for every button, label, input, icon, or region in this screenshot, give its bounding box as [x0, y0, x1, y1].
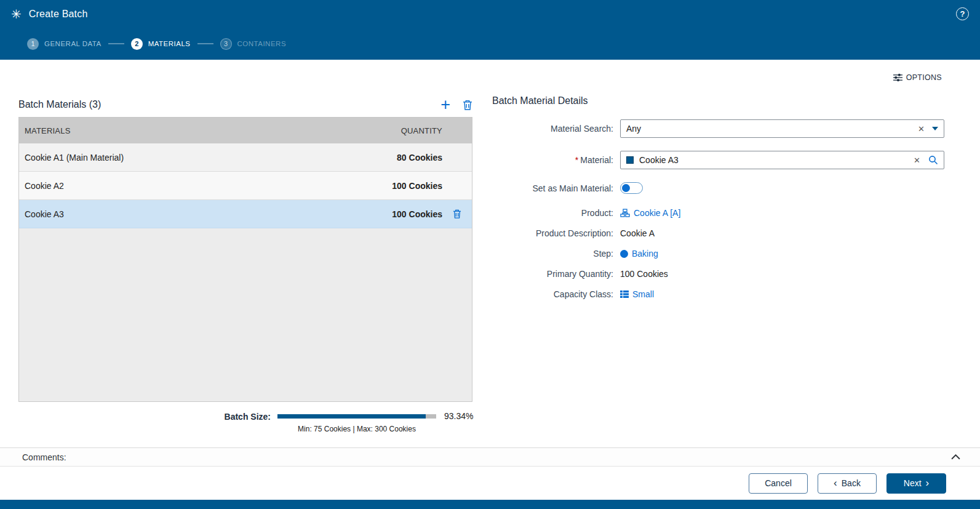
primary-quantity-label: Primary Quantity:	[492, 269, 620, 279]
material-quantity: 100 Cookies	[368, 181, 442, 191]
chevron-up-icon	[951, 454, 960, 460]
product-value: Cookie A [A]	[634, 208, 680, 218]
add-material-button[interactable]: +	[440, 98, 450, 111]
step-label: Step:	[492, 249, 620, 259]
app-logo-icon: ✳	[11, 8, 22, 20]
main-material-toggle[interactable]	[620, 182, 643, 194]
batch-size-section: Batch Size: 93.34% Min: 75 Cookies | Max…	[18, 411, 472, 433]
main-material-label: Set as Main Material:	[492, 183, 620, 193]
collapse-button[interactable]	[951, 454, 960, 460]
step-3-label: CONTAINERS	[237, 40, 287, 47]
chevron-left-icon: ‹	[834, 478, 837, 488]
step-containers[interactable]: 3 CONTAINERS	[220, 38, 287, 50]
sliders-icon	[893, 73, 902, 82]
options-button[interactable]: OPTIONS	[893, 73, 942, 82]
step-3-circle: 3	[220, 38, 232, 50]
material-search-value: Any	[626, 124, 912, 134]
chevron-right-icon: ›	[926, 478, 930, 488]
material-name: Cookie A1 (Main Material)	[19, 153, 368, 162]
batch-size-percent: 93.34%	[444, 411, 472, 421]
back-label: Back	[842, 478, 861, 488]
details-title: Batch Material Details	[492, 95, 962, 106]
cancel-label: Cancel	[765, 478, 792, 488]
wizard-stepper: 1 GENERAL DATA 2 MATERIALS 3 CONTAINERS	[0, 28, 980, 60]
next-label: Next	[904, 478, 922, 488]
step-materials[interactable]: 2 MATERIALS	[131, 38, 191, 50]
bottom-accent-bar	[0, 500, 980, 509]
batch-materials-title: Batch Materials (3)	[18, 99, 101, 110]
capacity-class-link[interactable]: Small	[620, 289, 654, 299]
table-row-cookie-a1[interactable]: Cookie A1 (Main Material) 80 Cookies	[19, 143, 472, 172]
comments-section: Comments:	[0, 447, 980, 467]
step-2-label: MATERIALS	[148, 40, 191, 47]
help-icon[interactable]: ?	[956, 7, 969, 20]
app-header: ✳ Create Batch ?	[0, 0, 980, 28]
delete-row-button[interactable]	[442, 209, 472, 218]
comments-label: Comments:	[22, 452, 66, 462]
batch-size-label: Batch Size:	[225, 412, 271, 422]
table-row-cookie-a2[interactable]: Cookie A2 100 Cookies	[19, 172, 472, 200]
material-quantity: 100 Cookies	[368, 209, 442, 219]
step-link[interactable]: Baking	[620, 249, 658, 259]
material-search-label: Material Search:	[492, 124, 620, 134]
next-button[interactable]: Next ›	[886, 473, 946, 494]
step-connector	[108, 43, 124, 44]
materials-table: MATERIALS QUANTITY Cookie A1 (Main Mater…	[18, 117, 472, 402]
search-icon[interactable]	[928, 155, 938, 165]
footer-actions: Cancel ‹ Back Next ›	[0, 467, 980, 500]
header-materials: MATERIALS	[19, 126, 368, 135]
batch-materials-panel: Batch Materials (3) + MATERIALS QUANTITY…	[18, 95, 472, 433]
material-search-input[interactable]: Any ✕	[620, 119, 944, 138]
trash-icon	[463, 100, 472, 110]
product-description-label: Product Description:	[492, 228, 620, 238]
material-chip-icon	[626, 156, 634, 164]
table-empty-area	[19, 228, 472, 401]
step-value: Baking	[632, 249, 658, 259]
materials-table-header: MATERIALS QUANTITY	[19, 118, 472, 143]
delete-material-button[interactable]	[463, 100, 472, 110]
back-button[interactable]: ‹ Back	[818, 473, 877, 494]
material-label: *Material:	[492, 155, 620, 165]
header-quantity: QUANTITY	[368, 126, 442, 135]
step-dot-icon	[620, 250, 628, 258]
batch-size-progress	[277, 414, 436, 419]
batch-materials-header: Batch Materials (3) +	[18, 95, 472, 114]
grid-icon	[620, 291, 629, 298]
toggle-knob	[622, 184, 630, 192]
options-label: OPTIONS	[906, 73, 942, 82]
material-name: Cookie A2	[19, 181, 368, 191]
clear-icon[interactable]: ✕	[914, 156, 920, 165]
step-general-data[interactable]: 1 GENERAL DATA	[27, 38, 102, 50]
product-link[interactable]: Cookie A [A]	[620, 208, 680, 218]
capacity-class-value: Small	[632, 289, 654, 299]
step-connector	[197, 43, 213, 44]
material-name: Cookie A3	[19, 209, 368, 219]
material-quantity: 80 Cookies	[368, 153, 442, 162]
chevron-down-icon[interactable]	[932, 127, 938, 130]
required-marker: *	[575, 155, 578, 165]
batch-size-range: Min: 75 Cookies | Max: 300 Cookies	[277, 425, 436, 433]
cancel-button[interactable]: Cancel	[749, 473, 808, 494]
clear-icon[interactable]: ✕	[918, 124, 925, 134]
product-description-value: Cookie A	[620, 228, 655, 238]
material-value: Cookie A3	[639, 155, 908, 165]
batch-size-progress-fill	[277, 414, 426, 419]
trash-icon	[453, 209, 461, 218]
step-1-label: GENERAL DATA	[44, 40, 102, 47]
product-label: Product:	[492, 208, 620, 218]
table-row-cookie-a3[interactable]: Cookie A3 100 Cookies	[19, 200, 472, 228]
step-2-circle: 2	[131, 38, 143, 50]
page-title: Create Batch	[29, 9, 88, 20]
material-input[interactable]: Cookie A3 ✕	[620, 151, 944, 169]
capacity-class-label: Capacity Class:	[492, 289, 620, 299]
primary-quantity-value: 100 Cookies	[620, 269, 668, 279]
step-1-circle: 1	[27, 38, 39, 50]
batch-material-details-panel: Batch Material Details Material Search: …	[492, 95, 962, 308]
product-icon	[620, 209, 630, 217]
